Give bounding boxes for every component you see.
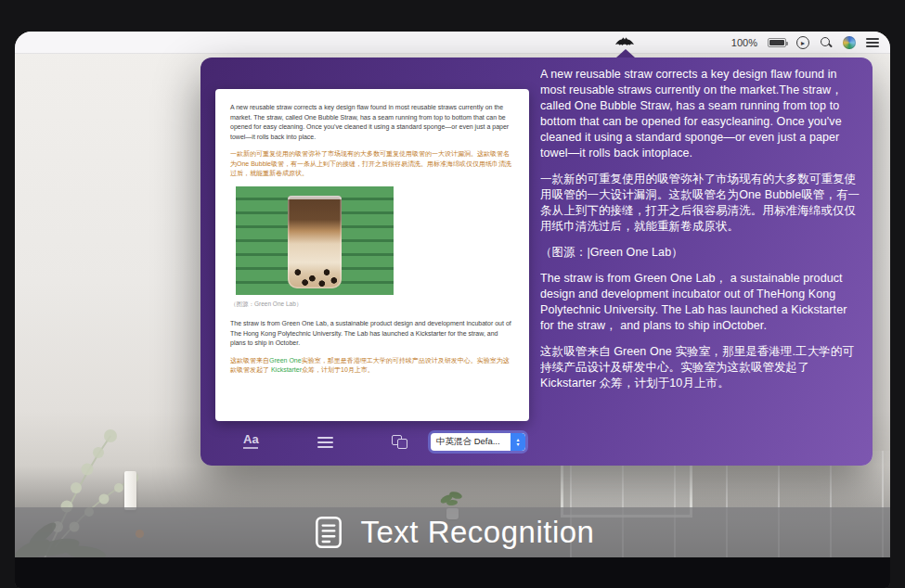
- result-paragraph-en-2: The straw is from Green One Lab， a susta…: [540, 271, 861, 334]
- language-mode-value: 中英混合 Defa...: [431, 436, 511, 448]
- battery-icon[interactable]: [768, 38, 786, 47]
- globe-icon[interactable]: [843, 36, 856, 49]
- doc-paragraph-en-1: A new reusable straw corrects a key desi…: [230, 103, 514, 142]
- brand-highlight: Green One: [269, 357, 302, 364]
- desktop-screen: 100% ▸ A new reusable straw corrects a k…: [15, 32, 890, 588]
- result-paragraph-cn-1: 一款新的可重复使用的吸管弥补了市场现有的大多数可重复使用吸管的一大设计漏洞。这款…: [540, 172, 861, 235]
- menu-bar: 100% ▸: [15, 32, 890, 54]
- popover-toolbar: Aa 中英混合 Defa... ▴▾: [200, 430, 873, 458]
- list-view-button[interactable]: [317, 437, 333, 448]
- screen-bottom-area: [15, 557, 890, 588]
- menu-list-icon[interactable]: [866, 37, 879, 48]
- menu-bar-status-items: 100% ▸: [731, 32, 879, 54]
- text-appearance-button[interactable]: Aa: [243, 432, 259, 449]
- popover-arrow: [616, 49, 635, 58]
- source-document-preview: A new reusable straw corrects a key desi…: [215, 89, 529, 421]
- candle-decor: [124, 471, 136, 510]
- select-chevrons-icon: ▴▾: [511, 433, 525, 451]
- search-icon[interactable]: [820, 36, 833, 49]
- doc-image-caption: （图源：Green One Lab）: [230, 300, 514, 310]
- hud-title: Text Recognition: [361, 515, 595, 550]
- kickstarter-highlight: Kickstarter: [271, 366, 302, 373]
- copy-mode-button[interactable]: [392, 435, 408, 450]
- doc-paragraph-cn-1: 一款新的可重复使用的吸管弥补了市场现有的大多数可重复使用吸管的一大设计漏洞。这款…: [230, 149, 514, 179]
- doc-paragraph-cn-2: 这款吸管来自Green One实验室，那里是香港理工大学的可持续产品设计及研发中…: [230, 356, 514, 376]
- language-mode-select[interactable]: 中英混合 Defa... ▴▾: [431, 433, 525, 451]
- bubble-tea-photo: [236, 186, 394, 295]
- battery-percentage: 100%: [731, 37, 757, 48]
- result-caption-line: （图源：|Green One Lab）: [540, 245, 861, 261]
- bubble-tea-glass: [288, 196, 342, 288]
- result-paragraph-en-1: A new reusable straw corrects a key desi…: [540, 67, 861, 161]
- circular-arrow-icon[interactable]: ▸: [796, 36, 809, 49]
- bat-app-icon[interactable]: [615, 36, 634, 49]
- text-recognition-icon: [311, 515, 346, 550]
- text-appearance-icon: Aa: [243, 432, 259, 446]
- recognized-text-panel: A new reusable straw corrects a key desi…: [540, 67, 861, 434]
- ocr-popover: A new reusable straw corrects a key desi…: [200, 58, 873, 466]
- hud-banner: Text Recognition: [15, 507, 890, 557]
- doc-paragraph-en-2: The straw is from Green One Lab, a susta…: [230, 319, 514, 349]
- result-paragraph-cn-2: 这款吸管来自 Green One 实验室，那里是香港理.工大学的可持续产品设计及…: [540, 344, 861, 391]
